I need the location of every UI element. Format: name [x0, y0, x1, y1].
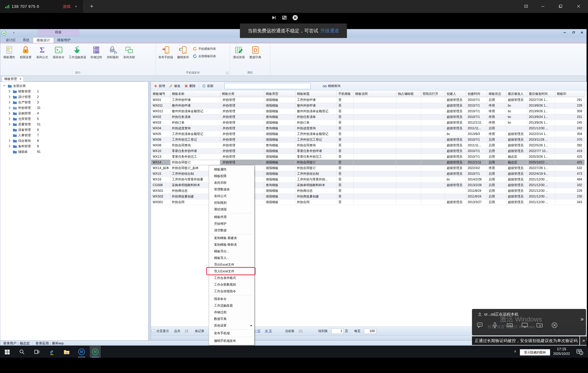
- tree-item-2[interactable]: 生产管理3: [0, 100, 148, 105]
- menu-item-6[interactable]: 测试填报: [209, 206, 254, 213]
- menu-item-10[interactable]: 清空数据: [209, 227, 254, 234]
- goto-page-input[interactable]: [331, 328, 344, 334]
- chevron-right-icon[interactable]: [9, 139, 11, 142]
- tree-item-0[interactable]: 销售管理1: [0, 89, 148, 94]
- erp-maximize-button[interactable]: [570, 31, 576, 34]
- add-button[interactable]: 新增: [152, 83, 167, 89]
- chevron-down-icon[interactable]: [3, 84, 6, 88]
- disconnect-icon[interactable]: [292, 14, 298, 21]
- chevron-right-icon[interactable]: [9, 101, 11, 104]
- show-hidden-icons-chevron[interactable]: ∧: [514, 349, 516, 353]
- tree-item-11[interactable]: 辅助表91: [0, 149, 148, 155]
- chevron-right-icon[interactable]: [9, 123, 11, 126]
- ribbon-tab-2[interactable]: 模板设计: [33, 37, 54, 43]
- next-page-link[interactable]: 一页: [254, 329, 261, 333]
- security-expand-icon[interactable]: »: [580, 336, 587, 345]
- menu-item-30[interactable]: 撤销手机端发布: [209, 338, 254, 344]
- column-header-0[interactable]: 模板编号: [151, 91, 170, 97]
- menu-item-14[interactable]: 模板导出...: [209, 248, 254, 255]
- tree-item-10[interactable]: 备料管理9: [0, 144, 148, 149]
- column-header-5[interactable]: 手机模板: [337, 91, 354, 97]
- menu-item-9[interactable]: 开始维护: [209, 220, 254, 227]
- new-tab-button[interactable]: +: [88, 3, 96, 10]
- last-page-link[interactable]: 末 页: [265, 329, 272, 333]
- per-page-input[interactable]: [364, 328, 376, 334]
- table-row[interactable]: WX03外协订单.外协管理填报模板外协订单否超级管理员2012/1/11停用bc…: [151, 120, 585, 125]
- refresh-button[interactable]: 刷新: [200, 83, 215, 89]
- ribbon-button-lock-fx[interactable]: fx控制规则: [105, 45, 121, 60]
- ribbon-tab-1[interactable]: 系统: [19, 37, 33, 43]
- chevron-right-icon[interactable]: [9, 90, 11, 93]
- maximize-button[interactable]: [556, 2, 565, 10]
- menu-item-4[interactable]: 表间公式: [209, 193, 254, 199]
- table-row[interactable]: WX012整件外协清单金额登记.外协管理填报模板整件外协清单金额登记否超级管理员…: [151, 109, 585, 114]
- search-button[interactable]: [16, 346, 27, 358]
- notification-center-button[interactable]: 1: [576, 348, 583, 356]
- paging-checkbox[interactable]: ✓: [152, 330, 155, 333]
- tab-close-icon[interactable]: ×: [75, 4, 77, 9]
- app-green-m-button[interactable]: M: [90, 346, 101, 358]
- ribbon-button-database[interactable]: 存储过程: [88, 45, 105, 60]
- tree-item-8[interactable]: 人事管理7: [0, 133, 148, 138]
- table-row[interactable]: WX05工序外协清单金额登记.外协管理填报模板工序外协清单金额登记否bc2013…: [151, 131, 585, 137]
- table-row[interactable]: WX011整件外协申请.外协管理填报模板整件外协申请否超级管理员2010/7/1…: [151, 103, 585, 109]
- upgrade-channel-link[interactable]: 升级通道: [320, 28, 339, 34]
- menu-item-26[interactable]: 其他设置▶: [209, 322, 254, 329]
- menu-item-13[interactable]: 复制模板-映射表: [209, 241, 254, 248]
- fit-screen-icon[interactable]: [282, 15, 287, 21]
- chat-icon[interactable]: [477, 322, 483, 329]
- menu-item-8[interactable]: 模板停用: [209, 214, 254, 220]
- minimize-button[interactable]: [539, 2, 547, 10]
- erp-close-button[interactable]: ✖: [579, 31, 585, 34]
- ribbon-button-test-fill[interactable]: 测试填报: [231, 45, 247, 60]
- column-header-3[interactable]: 模板类型: [264, 91, 295, 97]
- ribbon-button-refresh-orange[interactable]: 手机模板列表: [192, 46, 216, 51]
- menu-item-2[interactable]: 表间关联: [209, 179, 254, 186]
- mic-icon[interactable]: [492, 322, 498, 329]
- start-button[interactable]: [1, 346, 12, 358]
- table-row[interactable]: WX04外协进度查询.外协管理查询模板外协进度查询否超级管理员2011/11..…: [151, 125, 585, 131]
- ribbon-button-terminal[interactable]: 报表命令: [50, 45, 67, 60]
- menu-item-0[interactable]: 模板属性: [209, 166, 254, 173]
- file-explorer-button[interactable]: [61, 346, 72, 358]
- tree-item-3[interactable]: 外协管理31: [0, 105, 148, 111]
- tree-item-4[interactable]: 采购管理4: [0, 111, 148, 116]
- column-header-11[interactable]: 模板状态: [487, 91, 506, 97]
- internet-explorer-button[interactable]: e: [46, 346, 57, 358]
- end-session-icon[interactable]: [551, 322, 558, 329]
- search-input[interactable]: [224, 83, 311, 89]
- menu-item-23[interactable]: 工作流触发器: [209, 302, 254, 309]
- quick-access-dropdown-icon[interactable]: ▾: [13, 31, 14, 34]
- folder-share-icon[interactable]: [536, 322, 543, 329]
- ribbon-button-lock[interactable]: 权限设置: [17, 45, 34, 60]
- menu-item-1[interactable]: 模板权限: [209, 173, 254, 179]
- menu-item-18[interactable]: 工作台条件格式: [209, 275, 254, 281]
- ribbon-button-dictionary[interactable]: D数据字典: [247, 45, 264, 60]
- ribbon-tab-0[interactable]: 设计区: [2, 37, 19, 43]
- table-row[interactable]: WX08外协合同查询.外协管理查询模板外协合同查询否超级管理员2011/11..…: [151, 143, 585, 148]
- menu-item-22[interactable]: 报表命令: [209, 296, 254, 302]
- menu-item-24[interactable]: 存储过程: [209, 309, 254, 316]
- menu-item-3[interactable]: 管理数据表: [209, 186, 254, 193]
- column-header-8[interactable]: 登陆后打开: [421, 91, 445, 97]
- ribbon-button-phone-revoke[interactable]: 撤销发布: [175, 45, 191, 60]
- task-view-button[interactable]: [31, 346, 42, 358]
- table-row[interactable]: WX13零星任务外协完工.外协管理填报模板零星任务外协完工否超级管理员2010/…: [151, 154, 585, 160]
- delete-button[interactable]: 删除: [182, 83, 198, 89]
- game-tab-label[interactable]: 游戏: [63, 4, 71, 9]
- ribbon-button-template-properties[interactable]: 模板属性: [1, 45, 17, 60]
- column-header-14[interactable]: 模板ID: [555, 91, 585, 97]
- column-header-12[interactable]: 最后修改人: [506, 91, 527, 97]
- dialog-launcher-icon[interactable]: ↘: [226, 72, 229, 74]
- collapse-toolbar-icon[interactable]: [271, 15, 277, 21]
- menu-item-28[interactable]: 发布手机端: [209, 330, 254, 337]
- app-blue-m-button[interactable]: M: [76, 346, 87, 358]
- column-header-13[interactable]: 最后修改时间: [527, 91, 555, 97]
- tree-item-6[interactable]: 质量管理51: [0, 122, 148, 127]
- chevron-right-icon[interactable]: [9, 112, 11, 115]
- fullscreen-button[interactable]: [522, 2, 530, 10]
- menu-item-15[interactable]: 模板导入...: [209, 255, 254, 261]
- column-header-4[interactable]: 模板标题: [295, 91, 337, 97]
- table-row[interactable]: WX02外协任务清单.外协管理查询模板外协任务清单否超级管理员2010/7/1停…: [151, 114, 585, 120]
- column-header-1[interactable]: 模板名称: [170, 91, 220, 97]
